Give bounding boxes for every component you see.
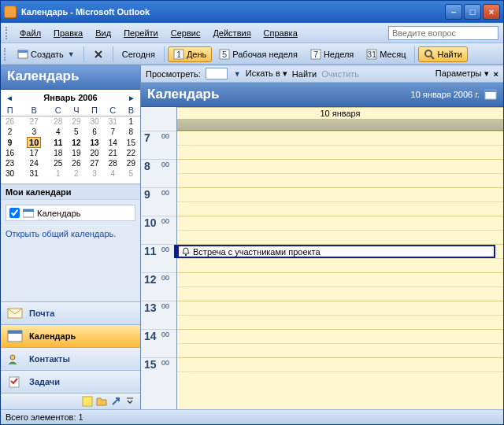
date-cell[interactable]: 8 — [122, 127, 140, 137]
date-cell[interactable]: 17 — [19, 148, 49, 158]
date-cell[interactable]: 7 — [104, 127, 122, 137]
calendar-checkbox-item[interactable]: Календарь — [6, 205, 135, 221]
grid-line[interactable] — [177, 145, 503, 159]
next-month-button[interactable]: ► — [128, 94, 135, 102]
today-button[interactable]: Сегодня — [117, 47, 161, 61]
date-cell[interactable]: 1 — [122, 116, 140, 128]
nav-calendar-button[interactable]: Календарь — [1, 324, 140, 347]
date-cell[interactable]: 14 — [104, 137, 122, 148]
date-cell[interactable]: 29 — [122, 158, 140, 168]
date-cell[interactable]: 28 — [49, 116, 67, 128]
date-cell[interactable]: 3 — [85, 168, 103, 179]
date-cell[interactable]: 18 — [49, 148, 67, 158]
grid-line[interactable] — [177, 286, 503, 301]
date-cell[interactable]: 26 — [67, 158, 85, 168]
grid-line[interactable] — [177, 187, 503, 201]
toolbar-grip[interactable] — [4, 48, 7, 61]
find-button[interactable]: Найти — [418, 46, 467, 62]
date-cell[interactable]: 10 — [19, 137, 49, 148]
date-cell[interactable]: 27 — [19, 116, 49, 128]
menu-help[interactable]: Справка — [258, 26, 304, 40]
month-view-button[interactable]: 31 Месяц — [361, 46, 411, 62]
close-searchbar-button[interactable]: × — [494, 69, 498, 79]
date-cell[interactable]: 31 — [19, 168, 49, 179]
configure-buttons-icon[interactable] — [124, 396, 135, 407]
calendar-checkbox[interactable] — [9, 208, 20, 218]
grid-line[interactable] — [177, 230, 503, 244]
date-cell[interactable]: 19 — [67, 148, 85, 158]
close-button[interactable]: × — [483, 4, 500, 20]
date-cell[interactable]: 21 — [104, 148, 122, 158]
date-cell[interactable]: 20 — [85, 148, 103, 158]
grid-line[interactable] — [177, 301, 503, 315]
date-cell[interactable]: 1 — [49, 168, 67, 179]
nav-mail-button[interactable]: Почта — [1, 301, 140, 324]
grid-line[interactable] — [177, 357, 503, 371]
appointment-column[interactable]: Встреча с участниками проекта — [177, 131, 503, 409]
date-cell[interactable]: 23 — [1, 158, 19, 168]
folder-icon[interactable] — [96, 396, 107, 407]
grid-line[interactable] — [177, 159, 503, 173]
menu-edit[interactable]: Правка — [47, 26, 89, 40]
grid-line[interactable] — [177, 315, 503, 329]
date-cell[interactable]: 11 — [49, 137, 67, 148]
grid-line[interactable] — [177, 201, 503, 216]
ask-question-input[interactable] — [388, 26, 498, 40]
grid-line[interactable] — [177, 343, 503, 357]
date-cell[interactable]: 16 — [1, 148, 19, 158]
view-selector[interactable] — [206, 68, 228, 79]
date-cell[interactable]: 28 — [104, 158, 122, 168]
grid-line[interactable] — [177, 329, 503, 343]
options-link[interactable]: Параметры ▾ — [435, 68, 489, 79]
grid-line[interactable] — [177, 216, 503, 230]
date-cell[interactable]: 29 — [67, 116, 85, 128]
date-cell[interactable]: 15 — [122, 137, 140, 148]
menu-actions[interactable]: Действия — [206, 26, 257, 40]
open-shared-calendar-link[interactable]: Открыть общий календарь. — [1, 226, 140, 242]
date-cell[interactable]: 30 — [1, 168, 19, 179]
notes-icon[interactable] — [82, 396, 93, 407]
date-cell[interactable]: 31 — [104, 116, 122, 128]
date-cell[interactable]: 4 — [49, 127, 67, 137]
date-cell[interactable]: 27 — [85, 158, 103, 168]
menu-file[interactable]: Файл — [13, 26, 47, 40]
date-cell[interactable]: 2 — [67, 168, 85, 179]
date-cell[interactable]: 13 — [85, 137, 103, 148]
grid-line[interactable] — [177, 272, 503, 286]
date-cell[interactable]: 24 — [19, 158, 49, 168]
find-link[interactable]: Найти — [292, 69, 317, 79]
date-cell[interactable]: 22 — [122, 148, 140, 158]
date-cell[interactable]: 12 — [67, 137, 85, 148]
date-cell[interactable]: 5 — [122, 168, 140, 179]
minimize-button[interactable]: – — [445, 4, 462, 20]
create-button[interactable]: Создать▼ — [12, 46, 80, 62]
date-cell[interactable]: 6 — [85, 127, 103, 137]
date-cell[interactable]: 3 — [19, 127, 49, 137]
date-cell[interactable]: 26 — [1, 116, 19, 128]
menubar-grip[interactable] — [6, 27, 9, 39]
day-view-button[interactable]: 1 День — [168, 46, 212, 62]
maximize-button[interactable]: □ — [464, 4, 481, 20]
all-day-row[interactable] — [177, 120, 503, 131]
my-calendars-section[interactable]: Мои календари — [1, 184, 140, 200]
grid-line[interactable] — [177, 371, 503, 386]
menu-view[interactable]: Вид — [89, 26, 117, 40]
grid-line[interactable] — [177, 173, 503, 187]
menu-go[interactable]: Перейти — [117, 26, 165, 40]
look-in-link[interactable]: Искать в ▾ — [246, 68, 287, 79]
day-header[interactable]: 10 января — [177, 107, 503, 120]
grid-line[interactable] — [177, 131, 503, 145]
nav-tasks-button[interactable]: Задачи — [1, 370, 140, 393]
shortcuts-icon[interactable] — [110, 396, 121, 407]
delete-button[interactable] — [87, 46, 109, 62]
date-cell[interactable]: 5 — [67, 127, 85, 137]
date-cell[interactable]: 9 — [1, 137, 19, 148]
date-cell[interactable]: 25 — [49, 158, 67, 168]
date-cell[interactable]: 4 — [104, 168, 122, 179]
prev-month-button[interactable]: ◄ — [6, 94, 13, 102]
grid-line[interactable] — [177, 258, 503, 272]
workweek-view-button[interactable]: 5 Рабочая неделя — [213, 46, 303, 62]
menu-service[interactable]: Сервис — [165, 26, 207, 40]
nav-contacts-button[interactable]: Контакты — [1, 347, 140, 370]
date-cell[interactable]: 30 — [85, 116, 103, 128]
